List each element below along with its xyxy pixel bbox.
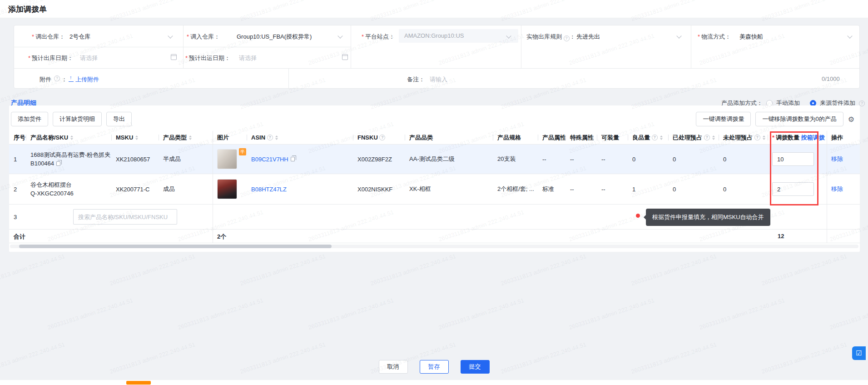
transfer-form-card: *调出仓库： 2号仓库 *调入仓库： Group10:US_FBA(授权异常) … — [14, 25, 860, 89]
sort-icon[interactable] — [135, 135, 138, 140]
divider — [691, 25, 691, 68]
unprocessed-value: 0 — [719, 145, 768, 174]
upload-attachment-button[interactable]: 上传附件 — [69, 75, 99, 84]
export-button[interactable]: 导出 — [106, 112, 132, 126]
divider — [351, 25, 351, 68]
help-icon[interactable] — [564, 35, 570, 41]
spec-value: 2个相框/套; ... — [493, 174, 538, 204]
sort-icon[interactable] — [660, 135, 663, 140]
sort-icon[interactable] — [712, 135, 715, 140]
special-attr-value: -- — [565, 174, 597, 204]
task-check-float-button[interactable]: ☑ — [852, 346, 866, 360]
calendar-icon[interactable] — [171, 54, 177, 60]
help-icon[interactable] — [704, 135, 710, 140]
sort-icon[interactable] — [763, 135, 765, 140]
save-draft-button[interactable]: 暂存 — [420, 360, 449, 374]
help-icon[interactable] — [652, 135, 658, 140]
product-detail-panel: 添加货件 计算缺货明细 导出 一键调整调拨量 一键移除调拨数量为0的产品 ⚙ 序… — [9, 105, 860, 252]
logistics-select[interactable]: 美森快船 — [739, 33, 763, 41]
qty-fill-tooltip: 根据货件申报量填充，相同MSKU自动合并 — [646, 209, 770, 226]
total-label: 合计 — [14, 233, 25, 241]
submit-button[interactable]: 提交 — [461, 360, 490, 374]
product-image-cell — [213, 174, 247, 204]
col-header-img: 图片 — [213, 131, 247, 144]
top-bar: 添加调拨单 — [0, 0, 868, 18]
asin-link[interactable]: B09C21V7HH — [251, 156, 288, 163]
out-date-picker[interactable]: 请选择 — [80, 54, 98, 62]
op-cell: 移除 — [827, 145, 860, 174]
semi-finished-badge: 半 — [239, 148, 246, 155]
chevron-down-icon — [506, 33, 511, 38]
chevron-down-icon[interactable] — [168, 33, 173, 38]
calendar-icon[interactable] — [342, 54, 348, 60]
col-header-name[interactable]: 产品名称/SKU — [26, 131, 111, 144]
chevron-down-icon[interactable] — [337, 33, 342, 38]
ship-date-picker[interactable]: 请选择 — [239, 54, 257, 62]
sort-icon[interactable] — [189, 135, 192, 140]
help-icon[interactable] — [54, 75, 60, 81]
horizontal-scrollbar-thumb[interactable] — [19, 245, 332, 248]
asin-link[interactable]: B08HTZ47LZ — [251, 186, 287, 193]
footer-actions: 取消 暂存 提交 — [0, 360, 868, 374]
product-image[interactable] — [217, 179, 237, 199]
divider — [14, 47, 351, 47]
row-no: 1 — [9, 145, 26, 174]
product-name-sku: 谷仓木相框摆台 Q-XKGC200746 — [26, 174, 111, 204]
upload-icon — [69, 76, 74, 82]
logistics-label: *物流方式： — [698, 33, 731, 41]
remove-zero-qty-button[interactable]: 一键移除调拨数量为0的产品 — [755, 112, 843, 126]
remove-row-link[interactable]: 移除 — [831, 185, 843, 193]
copy-icon[interactable] — [291, 157, 295, 161]
annotation-dot — [636, 214, 640, 218]
horizontal-scrollbar-track[interactable] — [10, 245, 858, 248]
calc-shortage-button[interactable]: 计算缺货明细 — [53, 112, 102, 126]
capacity-value: -- — [597, 145, 628, 174]
col-header-no: 序号 — [9, 131, 26, 144]
chevron-down-icon[interactable] — [676, 33, 681, 38]
divider — [521, 25, 521, 68]
col-header-good[interactable]: 良品量 — [628, 131, 668, 144]
out-date-label: *预计出库日期： — [14, 54, 73, 62]
out-warehouse-select[interactable]: 2号仓库 — [69, 33, 90, 41]
bottom-window-edge — [0, 380, 868, 385]
gear-icon[interactable]: ⚙ — [848, 115, 854, 124]
total-product-count: 2个 — [217, 233, 226, 241]
sort-icon[interactable] — [275, 135, 278, 140]
help-icon[interactable] — [754, 135, 760, 140]
col-header-asin[interactable]: ASIN — [247, 131, 353, 144]
col-header-attr: 产品属性 — [538, 131, 565, 144]
col-header-processed[interactable]: 已处理预占 — [668, 131, 719, 144]
fixed-left-divider — [213, 131, 213, 243]
transfer-order-page: 添加调拨单 *调出仓库： 2号仓库 *调入仓库： Group10:US_FBA(… — [0, 0, 868, 385]
divider — [288, 68, 289, 89]
add-shipment-button[interactable]: 添加货件 — [11, 112, 48, 126]
fnsku-value: X002NISKKF — [353, 174, 405, 204]
copy-icon[interactable] — [56, 161, 60, 166]
in-warehouse-select[interactable]: Group10:US_FBA(授权异常) — [237, 33, 312, 41]
op-cell: 移除 — [827, 174, 860, 204]
remark-input[interactable]: 请输入 — [430, 75, 447, 84]
product-image[interactable] — [217, 149, 237, 169]
help-icon[interactable] — [859, 100, 865, 106]
capacity-value: -- — [597, 174, 628, 204]
col-header-msku[interactable]: MSKU — [111, 131, 159, 144]
help-icon[interactable] — [267, 135, 273, 140]
adjust-all-qty-button[interactable]: 一键调整调拨量 — [696, 112, 751, 126]
outbound-rule-select[interactable]: 先进先出 — [576, 33, 600, 41]
cancel-button[interactable]: 取消 — [379, 360, 408, 374]
sort-icon[interactable] — [70, 135, 73, 140]
unprocessed-value: 0 — [719, 174, 768, 204]
help-icon[interactable] — [379, 135, 385, 140]
remark-counter: 0/1000 — [822, 75, 840, 82]
remove-row-link[interactable]: 移除 — [831, 155, 843, 163]
chevron-down-icon[interactable] — [847, 33, 852, 38]
product-type: 半成品 — [159, 145, 213, 174]
spec-value: 20支装 — [493, 145, 538, 174]
bottom-orange-marker — [126, 381, 151, 385]
product-name-sku: 1688测试商品有运费-粉色抓夹 B100464 — [26, 145, 111, 174]
col-header-unprocessed[interactable]: 未处理预占 — [719, 131, 768, 144]
out-warehouse-label: *调出仓库： — [14, 33, 65, 41]
product-search-input[interactable] — [73, 209, 177, 225]
msku-value: XK21080657 — [111, 145, 159, 174]
col-header-type[interactable]: 产品类型 — [159, 131, 213, 144]
